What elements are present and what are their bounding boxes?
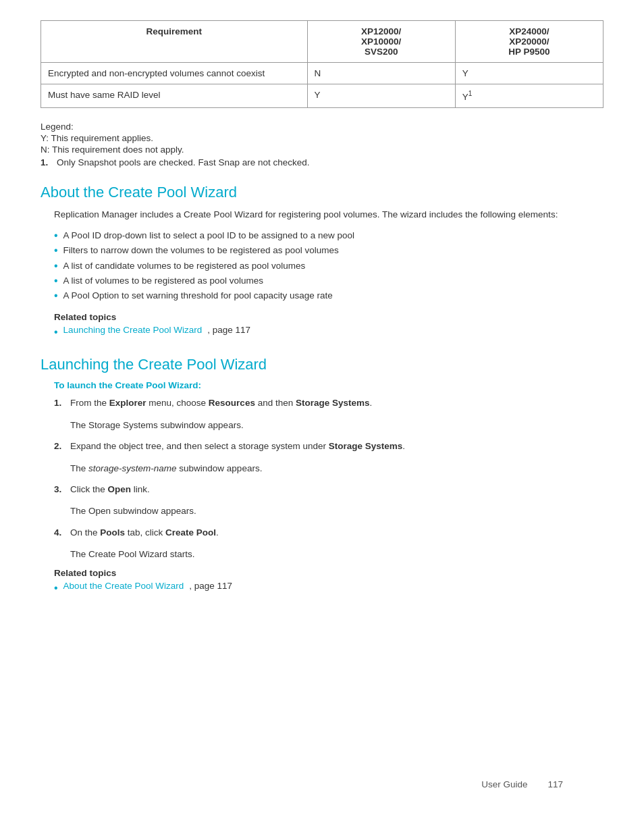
- steps-list-4: 4. On the Pools tab, click Create Pool.: [41, 525, 603, 540]
- step-1: 1. From the Explorer menu, choose Resour…: [54, 396, 603, 411]
- table-header-xp12: XP12000/XP10000/SVS200: [307, 21, 455, 63]
- step-2-num: 2.: [54, 439, 66, 454]
- step-1-note: The Storage Systems subwindow appears.: [41, 419, 603, 432]
- step-1-num: 1.: [54, 396, 66, 411]
- launching-related-item-1: About the Create Pool Wizard, page 117: [54, 581, 603, 596]
- step-4-num: 4.: [54, 525, 66, 540]
- launching-sub-heading: To launch the Create Pool Wizard:: [41, 380, 603, 390]
- about-heading: About the Create Pool Wizard: [41, 184, 603, 201]
- page-footer: User Guide 117: [481, 779, 563, 789]
- about-related-label: Related topics: [41, 312, 603, 322]
- about-bullet-3: A list of candidate volumes to be regist…: [54, 259, 603, 273]
- step-3-text: Click the Open link.: [70, 482, 150, 497]
- footer-page: 117: [547, 779, 563, 789]
- legend-section: Legend: Y: This requirement applies. N: …: [41, 122, 603, 167]
- row1-xp24: Y: [455, 63, 603, 84]
- row2-xp12: Y: [307, 84, 455, 108]
- legend-numbered-list: 1. Only Snapshot pools are checked. Fast…: [41, 157, 603, 167]
- requirements-table: Requirement XP12000/XP10000/SVS200 XP240…: [41, 20, 603, 108]
- step-4-text: On the Pools tab, click Create Pool.: [70, 525, 219, 540]
- row1-requirement: Encrypted and non-encrypted volumes cann…: [41, 63, 308, 84]
- about-related-suffix-1: , page 117: [207, 325, 250, 335]
- table-header-requirement: Requirement: [41, 21, 308, 63]
- about-bullet-1: A Pool ID drop-down list to select a poo…: [54, 228, 603, 243]
- launching-heading: Launching the Create Pool Wizard: [41, 356, 603, 373]
- about-bullet-5: A Pool Option to set warning threshold f…: [54, 288, 603, 303]
- row1-xp12: N: [307, 63, 455, 84]
- row2-requirement: Must have same RAID level: [41, 84, 308, 108]
- steps-list-2: 2. Expand the object tree, and then sele…: [41, 439, 603, 454]
- legend-n: N: This requirement does not apply.: [41, 145, 603, 155]
- step-4-note: The Create Pool Wizard starts.: [41, 548, 603, 561]
- launching-related-list: About the Create Pool Wizard, page 117: [41, 581, 603, 596]
- table-row: Must have same RAID level Y Y1: [41, 84, 603, 108]
- step-3-note: The Open subwindow appears.: [41, 504, 603, 518]
- about-related-item-1: Launching the Create Pool Wizard, page 1…: [54, 325, 603, 340]
- footer-label: User Guide: [481, 779, 527, 789]
- table-row: Encrypted and non-encrypted volumes cann…: [41, 63, 603, 84]
- steps-list-3: 3. Click the Open link.: [41, 482, 603, 497]
- about-intro: Replication Manager includes a Create Po…: [41, 208, 603, 221]
- about-bullet-2: Filters to narrow down the volumes to be…: [54, 243, 603, 258]
- about-bullets: A Pool ID drop-down list to select a poo…: [41, 228, 603, 304]
- steps-list: 1. From the Explorer menu, choose Resour…: [41, 396, 603, 411]
- step-2-note: The storage-system-name subwindow appear…: [41, 462, 603, 475]
- legend-title: Legend:: [41, 122, 603, 132]
- row2-xp24: Y1: [455, 84, 603, 108]
- step-3-num: 3.: [54, 482, 66, 497]
- launching-related-suffix-1: , page 117: [189, 581, 232, 591]
- step-4: 4. On the Pools tab, click Create Pool.: [54, 525, 603, 540]
- about-related-link-1[interactable]: Launching the Create Pool Wizard: [63, 325, 203, 335]
- launching-related-label: Related topics: [41, 568, 603, 578]
- step-2-text: Expand the object tree, and then select …: [70, 439, 405, 454]
- table-header-xp24: XP24000/XP20000/HP P9500: [455, 21, 603, 63]
- step-3: 3. Click the Open link.: [54, 482, 603, 497]
- about-bullet-4: A list of volumes to be registered as po…: [54, 273, 603, 288]
- step-1-text: From the Explorer menu, choose Resources…: [70, 396, 372, 411]
- legend-item-1: 1. Only Snapshot pools are checked. Fast…: [41, 157, 603, 167]
- about-related-list: Launching the Create Pool Wizard, page 1…: [41, 325, 603, 340]
- launching-related-link-1[interactable]: About the Create Pool Wizard: [63, 581, 184, 591]
- step-2: 2. Expand the object tree, and then sele…: [54, 439, 603, 454]
- legend-y: Y: This requirement applies.: [41, 133, 603, 143]
